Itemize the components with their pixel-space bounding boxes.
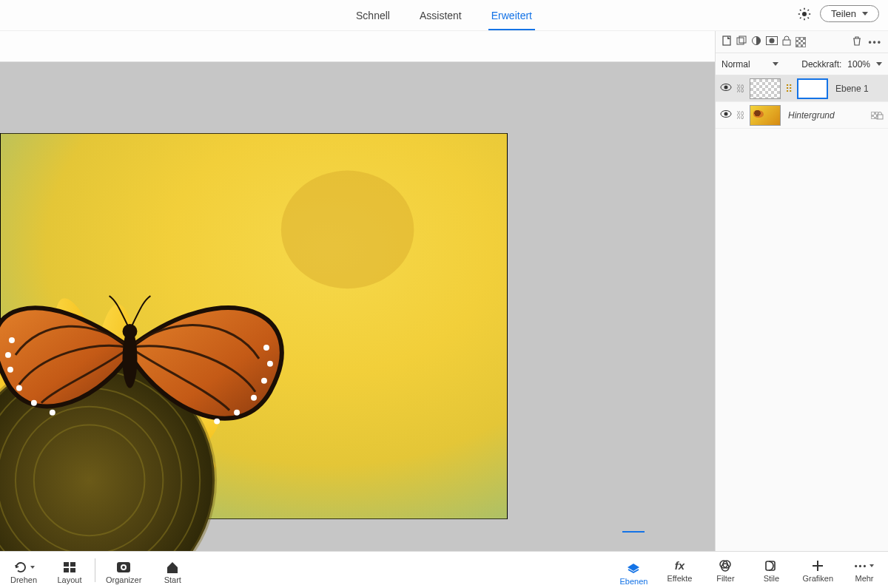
opacity-label: Deckkraft:: [801, 59, 841, 70]
home-button[interactable]: Start: [158, 556, 187, 584]
layout-icon: [63, 561, 76, 574]
organizer-icon: [115, 561, 132, 574]
organizer-button[interactable]: Organizer: [106, 556, 141, 584]
styles-tab[interactable]: Stile: [756, 555, 786, 583]
effects-tab-label: Effekte: [667, 574, 692, 583]
layers-panel-toolbar: •••: [716, 31, 888, 53]
rotate-button[interactable]: Drehen: [9, 556, 38, 584]
styles-icon: [764, 559, 778, 572]
home-label: Start: [164, 575, 181, 584]
layer-name[interactable]: Hintergrund: [788, 110, 835, 121]
layer-thumbnail[interactable]: [750, 78, 781, 99]
svg-point-24: [267, 361, 273, 367]
separator: [95, 558, 95, 582]
blend-mode-select[interactable]: Normal: [722, 59, 778, 70]
svg-line-8: [808, 10, 810, 11]
svg-point-26: [251, 395, 257, 401]
layers-tab[interactable]: Ebenen: [619, 555, 648, 586]
svg-point-22: [50, 410, 56, 416]
document-canvas[interactable]: [0, 133, 508, 519]
svg-rect-43: [64, 562, 69, 567]
layout-label: Layout: [57, 575, 81, 584]
more-icon: •••: [855, 559, 875, 572]
svg-point-10: [281, 171, 414, 289]
share-button[interactable]: Teilen: [820, 5, 879, 22]
fx-icon: fx: [675, 559, 684, 572]
trash-icon[interactable]: [852, 36, 862, 48]
bottom-bar: Drehen Layout Organizer Start Ebenen: [0, 551, 888, 588]
more-tab-label: Mehr: [855, 574, 873, 583]
svg-point-0: [802, 12, 807, 16]
svg-rect-46: [70, 568, 75, 572]
svg-rect-33: [739, 36, 746, 43]
filter-tab-label: Filter: [716, 574, 734, 583]
filter-tab[interactable]: Filter: [710, 555, 740, 583]
svg-rect-32: [737, 38, 744, 44]
link-icon[interactable]: ⛓: [736, 84, 745, 94]
mode-tab-assistent[interactable]: Assistent: [417, 1, 465, 30]
rotate-icon: [13, 561, 35, 574]
svg-line-6: [808, 17, 810, 18]
svg-point-19: [7, 367, 13, 373]
rotate-label: Drehen: [10, 575, 37, 584]
top-bar: Schnell Assistent Erweitert Teilen: [0, 0, 888, 31]
svg-point-39: [724, 86, 728, 89]
layer-group-icon[interactable]: [736, 36, 747, 48]
chevron-down-icon: [773, 62, 778, 66]
graphics-tab-label: Grafiken: [802, 574, 833, 583]
layer-mask-thumbnail[interactable]: [797, 78, 828, 99]
layers-icon: [626, 562, 641, 575]
link-icon[interactable]: ⛓: [736, 110, 745, 121]
layer-row[interactable]: ⛓ ⠿ Ebene 1: [716, 75, 888, 102]
svg-point-27: [234, 410, 240, 416]
visibility-toggle-icon[interactable]: [720, 109, 732, 121]
canvas-area[interactable]: [0, 31, 715, 551]
effects-tab[interactable]: fx Effekte: [665, 555, 694, 583]
layer-thumbnail[interactable]: [750, 105, 781, 126]
brightness-icon[interactable]: [798, 7, 811, 21]
svg-point-30: [123, 324, 138, 339]
chevron-down-icon: [876, 62, 882, 66]
layout-button[interactable]: Layout: [55, 556, 84, 584]
svg-point-41: [724, 112, 728, 116]
transparency-lock-icon[interactable]: [796, 37, 806, 47]
graphics-tab[interactable]: Grafiken: [802, 555, 833, 583]
adjustment-layer-icon[interactable]: [751, 36, 761, 48]
chevron-down-icon: [862, 12, 868, 16]
filter-icon: [718, 559, 733, 572]
svg-point-36: [770, 38, 775, 44]
layers-panel: ••• Normal Deckkraft: 100% ⛓: [715, 31, 888, 551]
svg-rect-42: [877, 115, 883, 119]
more-icon[interactable]: •••: [868, 37, 882, 47]
layer-row[interactable]: ⛓ Hintergrund: [716, 102, 888, 129]
svg-rect-44: [70, 562, 75, 567]
lock-icon[interactable]: [782, 36, 791, 48]
blend-mode-value: Normal: [722, 59, 750, 70]
svg-point-49: [122, 566, 125, 569]
svg-point-25: [261, 378, 267, 384]
share-label: Teilen: [831, 8, 856, 19]
layers-tab-label: Ebenen: [619, 577, 648, 586]
mode-tab-erweitert[interactable]: Erweitert: [488, 1, 535, 30]
svg-line-5: [800, 10, 801, 11]
mode-tab-schnell[interactable]: Schnell: [353, 1, 393, 30]
background-lock-icon[interactable]: [871, 110, 884, 121]
plus-icon: [811, 559, 824, 572]
home-icon: [165, 561, 180, 574]
organizer-label: Organizer: [106, 575, 141, 584]
svg-point-17: [9, 337, 15, 343]
mode-tabs: Schnell Assistent Erweitert: [353, 1, 535, 30]
svg-point-21: [31, 400, 37, 406]
svg-rect-37: [783, 40, 790, 45]
svg-point-28: [214, 419, 220, 425]
mask-icon[interactable]: [766, 36, 778, 47]
layer-name[interactable]: Ebene 1: [835, 84, 869, 94]
new-layer-icon[interactable]: [722, 36, 732, 48]
svg-rect-31: [723, 36, 730, 45]
visibility-toggle-icon[interactable]: [720, 83, 732, 94]
opacity-value[interactable]: 100%: [847, 59, 870, 70]
more-tab[interactable]: ••• Mehr: [850, 555, 879, 583]
svg-point-20: [16, 385, 22, 391]
svg-line-7: [800, 17, 801, 18]
mask-link-icon[interactable]: ⠿: [785, 83, 793, 95]
